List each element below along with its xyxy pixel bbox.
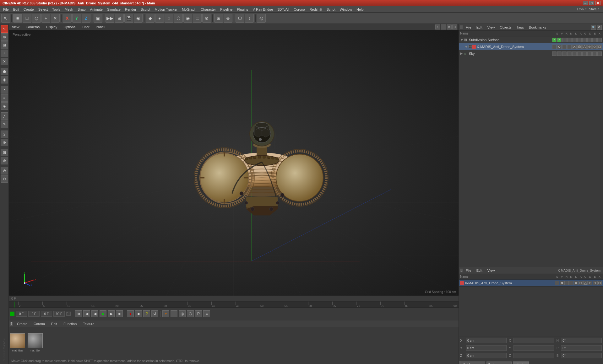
viewport-lock-icon[interactable]: □ [452, 24, 457, 29]
toolbar-axis-z[interactable]: Z [82, 14, 90, 23]
transport-question[interactable]: ? [143, 310, 150, 317]
obj-flag-m-xm[interactable] [567, 45, 572, 49]
viewport-tab-display[interactable]: Display [44, 24, 59, 29]
toolbar-render-settings[interactable]: 🎬 [124, 14, 133, 23]
transport-prev-frame[interactable]: ◀ [83, 310, 90, 317]
obj-flag-s-sub[interactable]: ✓ [552, 38, 557, 42]
obj-flag-g-sky[interactable] [582, 51, 587, 56]
obj-flag-v-sub[interactable]: ✓ [557, 38, 562, 42]
menu-redshift[interactable]: Redshift [307, 7, 324, 12]
object-row-subdivision[interactable]: ▼ ⊞ Subdivision Surface ✓ ✓ [459, 36, 603, 43]
menu-window[interactable]: Window [338, 7, 354, 12]
obj-flag-r-sub[interactable] [562, 38, 567, 42]
right-panel-resize-handle[interactable]: ⋮ [459, 361, 461, 364]
viewport-tab-filter[interactable]: Filter [80, 24, 91, 29]
menu-vraybridge[interactable]: V-Ray Bridge [251, 7, 275, 12]
tool-combo[interactable]: ✕ [1, 58, 8, 65]
coord-y-pos[interactable]: 0 cm [466, 345, 507, 351]
transport-go-end[interactable]: ⏭ [116, 310, 123, 317]
attrs-flag-s[interactable] [555, 281, 559, 285]
obj-flag-l-sky[interactable] [572, 51, 577, 56]
viewport-tab-options[interactable]: Options [62, 24, 77, 29]
attrs-flag-l[interactable] [574, 281, 578, 285]
close-button[interactable]: ✕ [595, 1, 600, 5]
coord-p-val[interactable]: 0° [561, 345, 602, 351]
menu-create[interactable]: Create [22, 7, 36, 12]
toolbar-light[interactable]: ◆ [146, 14, 155, 23]
menu-mograph[interactable]: MoGraph [180, 7, 198, 12]
obj-flag-l-xm[interactable] [572, 45, 577, 49]
obj-flag-e-xm[interactable] [592, 45, 597, 49]
obj-flag-d-sky[interactable] [587, 51, 592, 56]
object-row-xmadis[interactable]: ▼ X-MADIS_Anti_Drone_System [459, 43, 603, 50]
objects-menu-view[interactable]: View [486, 25, 497, 30]
toolbar-cursor[interactable]: ↖ [1, 14, 10, 23]
objects-search-icon[interactable]: 🔍 [591, 25, 596, 30]
transport-next-frame[interactable]: ▶ [108, 310, 115, 317]
viewport-tab-cameras[interactable]: Cameras [24, 24, 42, 29]
toolbar-effector[interactable]: ⊛ [202, 14, 211, 23]
obj-flag-g-xm[interactable] [582, 45, 587, 49]
tool-line[interactable]: ╱ [1, 112, 8, 120]
coord-b-val[interactable]: 0° [561, 353, 602, 358]
toolbar-spline[interactable]: ○ [165, 14, 173, 23]
tool-rotate[interactable]: + [1, 50, 8, 57]
obj-flag-m-sky[interactable] [567, 51, 572, 56]
attrs-flag-d[interactable] [588, 281, 592, 285]
toolbar-hdri[interactable]: ◎ [257, 14, 266, 23]
menu-help[interactable]: Help [355, 7, 366, 12]
tool-move[interactable]: ⊕ [1, 33, 8, 41]
obj-flag-x-sky[interactable] [597, 51, 602, 56]
menu-snap[interactable]: Snap [76, 7, 88, 12]
menu-render[interactable]: Render [123, 7, 138, 12]
coord-y-size[interactable] [513, 345, 554, 351]
attrs-flag-m[interactable] [569, 281, 573, 285]
objects-menu-edit[interactable]: Edit [475, 25, 484, 30]
toolbar-bezier[interactable]: ↕ [245, 14, 254, 23]
materials-menu-texture[interactable]: Texture [81, 321, 96, 326]
obj-flag-m-sub[interactable] [567, 38, 572, 42]
keyframe-remove[interactable]: □ [171, 310, 177, 317]
tool-extra-1[interactable]: ⊗ [1, 167, 8, 174]
toolbar-render-view[interactable]: ⊞ [115, 14, 124, 23]
minimize-button[interactable]: ─ [583, 1, 588, 5]
toolbar-axis-x[interactable]: X [63, 14, 72, 23]
attrs-flag-r[interactable] [564, 281, 569, 285]
tool-scale[interactable]: ⊞ [1, 41, 8, 49]
coord-scale-dropdown[interactable]: Scale ▼ [486, 361, 512, 364]
toolbar-primitive[interactable]: ⬡ [174, 14, 183, 23]
materials-menu-create[interactable]: Create [15, 321, 29, 326]
transport-play[interactable]: ▶ [100, 310, 106, 317]
menu-corona[interactable]: Corona [292, 7, 307, 12]
menu-3dtoall[interactable]: 3DToAll [275, 7, 291, 12]
attrs-flag-g[interactable] [583, 281, 588, 285]
menu-simulate[interactable]: Simulate [105, 7, 122, 12]
timeline-start-marker[interactable] [10, 312, 14, 316]
viewport-canvas[interactable]: Perspective Grid Spacing : 100 cm X Y Z [9, 30, 459, 296]
objects-settings-icon[interactable]: ⚙ [597, 25, 602, 30]
toolbar-fracture[interactable]: ⬡ [236, 14, 244, 23]
maximize-button[interactable]: □ [589, 1, 594, 5]
objects-menu-objects[interactable]: Objects [498, 25, 513, 30]
obj-flag-r-sky[interactable] [562, 51, 567, 56]
menu-edit[interactable]: Edit [11, 7, 21, 12]
obj-flag-s-xm[interactable] [552, 45, 557, 49]
obj-flag-x-xm[interactable] [597, 45, 602, 49]
transport-stop[interactable]: ■ [135, 310, 142, 317]
keyframe-auto[interactable]: ◎ [179, 310, 186, 317]
menu-motiontracker[interactable]: Motion Tracker [153, 7, 179, 12]
tool-sketch[interactable]: ✎ [1, 120, 8, 128]
object-row-sky[interactable]: ▶ ○ Sky [459, 50, 603, 57]
attrs-selected-row[interactable]: X-MADIS_Anti_Drone_System [459, 280, 603, 286]
timeline-end-frame[interactable]: 90 F [53, 311, 65, 317]
attrs-flag-v[interactable] [560, 281, 564, 285]
viewport-fullscreen-icon[interactable]: ↔ [441, 24, 446, 29]
obj-flag-e-sub[interactable] [592, 38, 597, 42]
obj-flag-d-xm[interactable] [587, 45, 592, 49]
menu-script[interactable]: Script [325, 7, 337, 12]
toolbar-object-mode[interactable]: ▣ [94, 14, 102, 23]
toolbar-array[interactable]: ⊞ [214, 14, 223, 23]
tool-rectangle-select[interactable]: ◉ [1, 76, 8, 83]
tool-s[interactable]: S [1, 131, 8, 138]
toolbar-generator[interactable]: ◉ [183, 14, 192, 23]
